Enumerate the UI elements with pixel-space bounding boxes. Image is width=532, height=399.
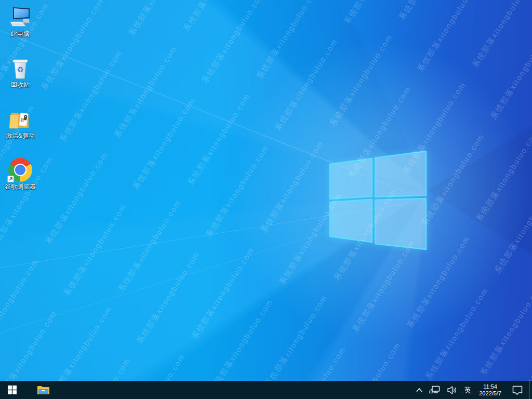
file-explorer-icon <box>37 384 50 395</box>
wallpaper-light-rays <box>0 0 532 381</box>
desktop-icon-recycle-bin[interactable]: ♻ 回收站 <box>1 55 39 88</box>
chrome-icon <box>8 158 32 182</box>
desktop-icon-label: 谷歌浏览器 <box>1 183 39 190</box>
clock-date: 2022/5/7 <box>479 390 501 397</box>
desktop-icon-chrome[interactable]: 谷歌浏览器 <box>1 157 39 190</box>
tray-volume-button[interactable] <box>444 381 460 399</box>
desktop-icon-label: 激活&驱动 <box>1 132 39 139</box>
speaker-icon <box>447 386 457 394</box>
desktop[interactable]: 系统部落xitongbuluo.com 系统部落xitongbuluo.com … <box>0 0 532 381</box>
desktop-icon-label: 回收站 <box>1 81 39 88</box>
windows-wallpaper-logo-icon <box>328 150 427 252</box>
file-explorer-button[interactable] <box>31 381 55 399</box>
tray-clock[interactable]: 11:54 2022/5/7 <box>475 381 506 399</box>
recycle-bin-icon: ♻ <box>10 56 31 80</box>
tray-chevron-up-button[interactable] <box>413 381 426 399</box>
taskbar-empty-area <box>55 381 413 399</box>
tray-ime-indicator[interactable]: 英 <box>460 381 475 399</box>
shortcut-arrow-icon <box>7 176 14 182</box>
clock-time: 11:54 <box>479 383 501 390</box>
svg-text:♻: ♻ <box>17 65 23 74</box>
network-ethernet-icon <box>429 385 441 394</box>
action-center-button[interactable] <box>506 381 529 399</box>
action-center-icon <box>512 385 523 395</box>
this-pc-icon <box>8 6 32 29</box>
tray-network-button[interactable] <box>426 381 444 399</box>
desktop-icon-this-pc[interactable]: 此电脑 <box>1 4 39 37</box>
taskbar: 英 11:54 2022/5/7 <box>0 381 532 399</box>
windows-logo-icon <box>8 385 17 394</box>
desktop-icon-label: 此电脑 <box>1 30 39 37</box>
start-button[interactable] <box>0 381 24 399</box>
desktop-icon-activation-drivers[interactable]: 激活&驱动 <box>1 106 39 139</box>
folder-icon <box>9 109 32 131</box>
chevron-up-icon <box>416 388 423 393</box>
show-desktop-button[interactable] <box>529 381 532 399</box>
